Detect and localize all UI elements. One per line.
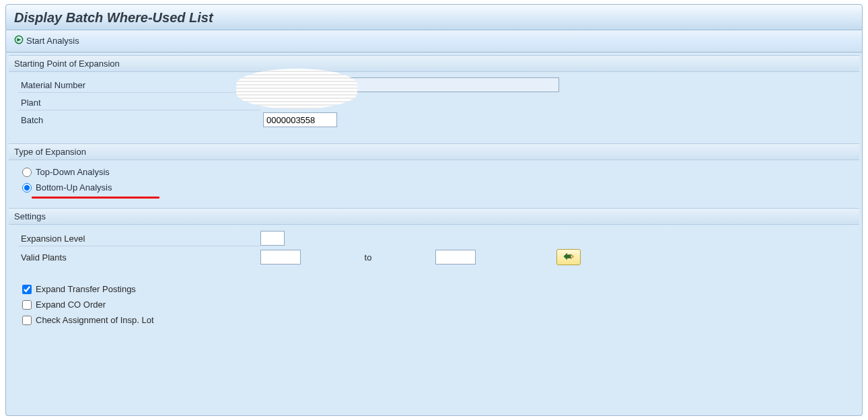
multiple-selection-icon: [563, 252, 574, 263]
toolbar: Start Analysis: [5, 30, 863, 53]
radio-top-down-label: Top-Down Analysis: [36, 167, 110, 177]
group-starting-point: Starting Point of Expansion Material Num…: [9, 55, 859, 138]
batch-input[interactable]: [263, 112, 337, 127]
checkbox-transfer-postings-label: Expand Transfer Postings: [36, 284, 136, 294]
page-title: Display Batch Where-Used List: [14, 10, 855, 26]
checkbox-transfer-postings-input[interactable]: [22, 285, 32, 294]
app-screen: Display Batch Where-Used List Start Anal…: [0, 0, 868, 420]
batch-label: Batch: [18, 112, 260, 127]
group-settings-title: Settings: [9, 208, 859, 225]
redacted-overlay: [236, 69, 357, 109]
group-settings: Settings Expansion Level Valid Plants to: [9, 208, 859, 337]
plant-label: Plant: [18, 95, 260, 110]
checkbox-co-order-input[interactable]: [22, 300, 32, 310]
to-label: to: [301, 252, 435, 262]
expansion-level-label: Expansion Level: [18, 231, 260, 246]
title-bar: Display Batch Where-Used List: [5, 4, 863, 30]
checkbox-insp-lot-label: Check Assignment of Insp. Lot: [36, 315, 154, 325]
start-analysis-button[interactable]: Start Analysis: [11, 34, 82, 48]
valid-plants-label: Valid Plants: [18, 250, 260, 265]
radio-top-down[interactable]: Top-Down Analysis: [18, 164, 853, 180]
group-type-expansion-title: Type of Expansion: [9, 143, 859, 160]
checkbox-insp-lot-input[interactable]: [22, 316, 32, 325]
highlight-underline: [32, 197, 159, 199]
work-area: Starting Point of Expansion Material Num…: [5, 53, 863, 416]
checkbox-insp-lot[interactable]: Check Assignment of Insp. Lot: [18, 312, 853, 328]
material-number-label: Material Number: [18, 77, 260, 93]
valid-plants-to-input[interactable]: [435, 250, 476, 265]
radio-top-down-input[interactable]: [22, 168, 32, 177]
multiple-selection-button[interactable]: [556, 249, 581, 265]
radio-bottom-up-input[interactable]: [22, 183, 32, 193]
valid-plants-from-input[interactable]: [260, 250, 301, 265]
group-starting-point-title: Starting Point of Expansion: [9, 55, 859, 72]
checkbox-transfer-postings[interactable]: Expand Transfer Postings: [18, 281, 853, 297]
execute-icon: [14, 35, 24, 46]
checkbox-co-order-label: Expand CO Order: [36, 300, 106, 310]
radio-bottom-up-label: Bottom-Up Analysis: [36, 182, 112, 193]
expansion-level-input[interactable]: [260, 231, 285, 246]
radio-bottom-up[interactable]: Bottom-Up Analysis: [18, 180, 853, 195]
group-type-expansion: Type of Expansion Top-Down Analysis Bott…: [9, 143, 859, 203]
checkbox-co-order[interactable]: Expand CO Order: [18, 297, 853, 312]
start-analysis-label: Start Analysis: [26, 36, 79, 46]
